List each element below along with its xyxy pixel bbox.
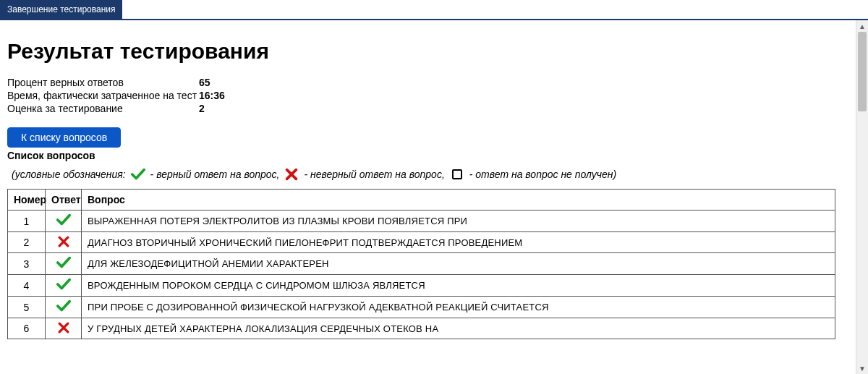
table-row: 6У ГРУДНЫХ ДЕТЕЙ ХАРАКТЕРНА ЛОКАЛИЗАЦИЯ … (8, 318, 835, 339)
legend-wrong-text: - неверный ответ на вопрос, (304, 169, 444, 180)
question-text: ДИАГНОЗ ВТОРИЧНЫЙ ХРОНИЧЕСКИЙ ПИЕЛОНЕФРИ… (82, 232, 835, 253)
question-text: У ГРУДНЫХ ДЕТЕЙ ХАРАКТЕРНА ЛОКАЛИЗАЦИЯ С… (82, 318, 835, 339)
question-text: ПРИ ПРОБЕ С ДОЗИРОВАННОЙ ФИЗИЧЕСКОЙ НАГР… (82, 297, 835, 318)
legend-prefix: (условные обозначения: (12, 169, 126, 180)
scroll-down-arrow-icon[interactable]: ▼ (856, 362, 868, 374)
top-bar: Завершение тестирования (0, 0, 868, 20)
legend-none-text: - ответ на вопрос не получен) (469, 169, 616, 180)
table-row: 4ВРОЖДЕННЫМ ПОРОКОМ СЕРДЦА С СИНДРОМОМ Ш… (8, 275, 835, 297)
stats-value: 16:36 (199, 90, 225, 101)
scroll-track[interactable] (856, 32, 868, 362)
check-icon (46, 297, 82, 318)
stats-value: 2 (199, 103, 205, 114)
scroll-up-arrow-icon[interactable]: ▲ (856, 20, 868, 32)
cross-icon (46, 232, 82, 253)
stats-label: Процент верных ответов (7, 77, 199, 88)
stats-label: Оценка за тестирование (7, 103, 199, 114)
table-header-row: Номер Ответ Вопрос (8, 190, 835, 211)
question-text: ВРОЖДЕННЫМ ПОРОКОМ СЕРДЦА С СИНДРОМОМ ШЛ… (82, 275, 835, 297)
stats-row: Процент верных ответов 65 (7, 77, 835, 88)
table-row: 2ДИАГНОЗ ВТОРИЧНЫЙ ХРОНИЧЕСКИЙ ПИЕЛОНЕФР… (8, 232, 835, 253)
col-header-q: Вопрос (82, 190, 835, 211)
empty-box-icon (448, 167, 467, 182)
row-number: 3 (8, 253, 46, 275)
stats-block: Процент верных ответов 65 Время, фактиче… (7, 77, 835, 114)
col-header-num: Номер (8, 190, 46, 211)
vertical-scrollbar[interactable]: ▲ ▼ (856, 20, 868, 374)
questions-table: Номер Ответ Вопрос 1ВЫРАЖЕННАЯ ПОТЕРЯ ЭЛ… (7, 189, 835, 339)
table-row: 1ВЫРАЖЕННАЯ ПОТЕРЯ ЭЛЕКТРОЛИТОВ ИЗ ПЛАЗМ… (8, 211, 835, 232)
check-icon (129, 167, 148, 182)
legend-correct-text: - верный ответ на вопрос, (150, 169, 280, 180)
top-tab-completion[interactable]: Завершение тестирования (0, 0, 122, 19)
scroll-thumb[interactable] (858, 32, 867, 111)
stats-row: Оценка за тестирование 2 (7, 103, 835, 114)
row-number: 1 (8, 211, 46, 232)
stats-value: 65 (199, 77, 210, 88)
check-icon (46, 211, 82, 232)
stats-row: Время, фактически затраченное на тест 16… (7, 90, 835, 101)
col-header-ans: Ответ (46, 190, 82, 211)
stats-label: Время, фактически затраченное на тест (7, 90, 199, 101)
table-row: 5ПРИ ПРОБЕ С ДОЗИРОВАННОЙ ФИЗИЧЕСКОЙ НАГ… (8, 297, 835, 318)
row-number: 6 (8, 318, 46, 339)
legend: (условные обозначения: - верный ответ на… (12, 167, 835, 182)
question-text: ВЫРАЖЕННАЯ ПОТЕРЯ ЭЛЕКТРОЛИТОВ ИЗ ПЛАЗМЫ… (82, 211, 835, 232)
check-icon (46, 275, 82, 297)
page-title: Результат тестирования (7, 39, 835, 64)
question-text: ДЛЯ ЖЕЛЕЗОДЕФИЦИТНОЙ АНЕМИИ ХАРАКТЕРЕН (82, 253, 835, 275)
to-question-list-button[interactable]: К списку вопросов (7, 127, 121, 148)
row-number: 2 (8, 232, 46, 253)
cross-icon (282, 167, 301, 182)
top-tab-label: Завершение тестирования (7, 4, 115, 14)
table-row: 3ДЛЯ ЖЕЛЕЗОДЕФИЦИТНОЙ АНЕМИИ ХАРАКТЕРЕН (8, 253, 835, 275)
cross-icon (46, 318, 82, 339)
row-number: 4 (8, 275, 46, 297)
row-number: 5 (8, 297, 46, 318)
question-list-title: Список вопросов (7, 150, 835, 161)
check-icon (46, 253, 82, 275)
